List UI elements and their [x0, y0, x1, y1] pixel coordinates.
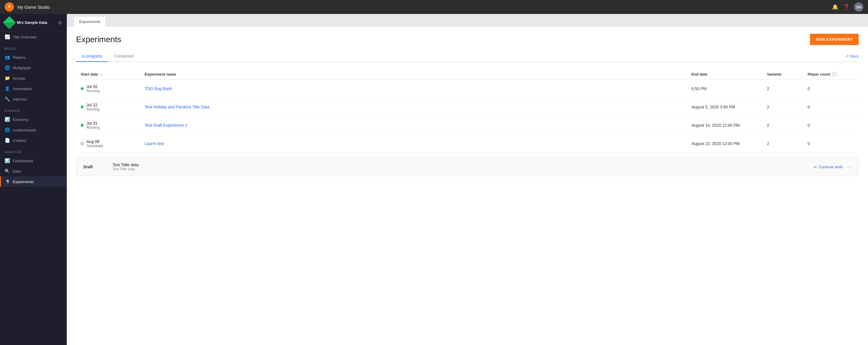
app-logo[interactable] — [5, 2, 14, 11]
col-start-date[interactable]: Start date ↑ — [81, 72, 145, 77]
sidebar-item-data[interactable]: 🔍 Data — [0, 166, 67, 176]
section-build: BUILD — [0, 42, 67, 52]
sidebar-item-economy[interactable]: 📊 Economy — [0, 114, 67, 125]
end-date-cell: August 22, 2020 12:00 PM — [691, 141, 767, 146]
tab-experiments[interactable]: Experiments — [74, 16, 106, 27]
player-count-cell: 0 — [808, 141, 854, 146]
tab-bar: Experiments — [67, 14, 868, 27]
sidebar-item-title-overview[interactable]: 📈 Title Overview — [0, 32, 67, 42]
end-date-cell: 6:50 PM — [691, 86, 767, 91]
help-icon[interactable]: ❓ — [843, 4, 849, 10]
player-count-cell: 0 — [808, 86, 854, 91]
sidebar-item-label: Multiplayer — [13, 66, 31, 70]
leaderboards-icon: 🌐 — [5, 127, 10, 133]
table-row: Jul 20 Running TDO Bug Bash 6:50 PM 2 0 — [76, 80, 859, 98]
sidebar-item-label: Automation — [13, 87, 32, 91]
sort-arrow-icon: ↑ — [100, 73, 102, 76]
draft-title: Test Tittle data — [113, 163, 814, 167]
col-variants: Variants — [767, 72, 808, 77]
sidebar-item-add-ons[interactable]: 🔧 Add-ons — [0, 94, 67, 104]
tab-completed[interactable]: Completed — [108, 51, 140, 62]
sidebar-item-label: Players — [13, 55, 25, 60]
sidebar-item-content[interactable]: 📄 Content — [0, 135, 67, 146]
gear-icon[interactable]: ⚙ — [58, 20, 62, 26]
draft-label: Draft — [83, 165, 113, 169]
experiment-name-cell: Laurm test — [145, 141, 691, 146]
sidebar-item-label: Leaderboards — [13, 128, 36, 132]
dashboards-icon: 📊 — [5, 158, 10, 163]
status-cell: Jul 31 Running — [81, 121, 145, 130]
multiplayer-icon: 🌐 — [5, 65, 10, 70]
sidebar-item-label: Data — [13, 169, 21, 174]
studio-name: Mrs Sample Data — [17, 20, 47, 25]
page-title: Experiments — [76, 35, 121, 44]
draft-subtitle: Test Tittle data — [113, 167, 814, 171]
status-label: Running — [87, 125, 100, 130]
sidebar-item-players[interactable]: 👥 Players — [0, 52, 67, 62]
sidebar-item-label: Groups — [13, 76, 25, 81]
sub-tabs-left: In progress Completed — [76, 51, 140, 61]
page-header: Experiments NEW EXPERIMENT — [76, 34, 859, 45]
sidebar-item-multiplayer[interactable]: 🌐 Multiplayer — [0, 62, 67, 73]
status-cell: Jul 22 Running — [81, 103, 145, 111]
sidebar-item-automation[interactable]: 👤 Automation — [0, 83, 67, 94]
sidebar-item-label: Economy — [13, 117, 28, 122]
col-end-date: End date — [691, 72, 767, 77]
sidebar-item-dashboards[interactable]: 📊 Dashboards — [0, 155, 67, 166]
status-dot-running — [81, 124, 84, 127]
draft-actions: ✏ Continue draft ··· — [814, 164, 851, 170]
experiment-link[interactable]: Test Holiday and Pandora Title Data — [145, 105, 209, 109]
bell-icon[interactable]: 🔔 — [832, 4, 838, 10]
new-experiment-button[interactable]: NEW EXPERIMENT — [810, 34, 859, 45]
draft-info: Test Tittle data Test Tittle data — [113, 163, 814, 171]
layout: Mrs Sample Data ⚙ 📈 Title Overview BUILD… — [0, 14, 868, 345]
variants-cell: 2 — [767, 86, 808, 91]
section-engage: ENGAGE — [0, 104, 67, 114]
start-date: Jul 22 — [87, 103, 100, 107]
draft-row: Draft Test Tittle data Test Tittle data … — [76, 157, 859, 176]
add-ons-icon: 🔧 — [5, 96, 10, 102]
experiment-link[interactable]: Laurm test — [145, 141, 164, 146]
player-count-cell: 0 — [808, 123, 854, 127]
table-row: Jul 31 Running Test Draft Experiment 2 A… — [76, 116, 859, 135]
tab-in-progress[interactable]: In progress — [76, 51, 108, 62]
player-count-info-icon[interactable]: i — [832, 72, 837, 77]
start-date: Jul 20 — [87, 84, 100, 89]
table-row: Aug 08 Scheduled Laurm test August 22, 2… — [76, 135, 859, 153]
top-nav-left: My Game Studio — [5, 2, 50, 11]
economy-icon: 📊 — [5, 117, 10, 122]
studio-logo — [3, 16, 16, 29]
more-options-button[interactable]: ··· — [847, 164, 851, 170]
start-date: Aug 08 — [87, 139, 103, 144]
edit-icon: ✏ — [814, 165, 817, 169]
section-analyze: ANALYZE — [0, 146, 67, 155]
docs-link[interactable]: ↗ Docs — [846, 54, 859, 58]
experiments-icon: ⚗ — [5, 179, 10, 184]
sidebar-item-label: Dashboards — [13, 159, 33, 163]
continue-draft-button[interactable]: ✏ Continue draft — [814, 165, 842, 169]
experiment-link[interactable]: Test Draft Experiment 2 — [145, 123, 187, 127]
external-link-icon: ↗ — [846, 54, 849, 58]
start-date: Jul 31 — [87, 121, 100, 125]
sidebar-studio: Mrs Sample Data ⚙ — [0, 14, 67, 32]
sidebar-item-groups[interactable]: 📁 Groups — [0, 73, 67, 83]
groups-icon: 📁 — [5, 76, 10, 81]
table-header: Start date ↑ Experiment name End date Va… — [76, 69, 859, 80]
sidebar: Mrs Sample Data ⚙ 📈 Title Overview BUILD… — [0, 14, 67, 345]
experiment-name-cell: Test Draft Experiment 2 — [145, 123, 691, 127]
sidebar-item-experiments[interactable]: ⚗ Experiments — [0, 176, 67, 187]
sidebar-studio-info: Mrs Sample Data — [5, 18, 47, 27]
sidebar-item-label: Content — [13, 138, 26, 143]
sidebar-item-leaderboards[interactable]: 🌐 Leaderboards — [0, 125, 67, 135]
status-dot-scheduled — [81, 142, 84, 145]
status-label: Scheduled — [87, 144, 103, 148]
experiment-link[interactable]: TDO Bug Bash — [145, 86, 172, 91]
experiment-name-cell: TDO Bug Bash — [145, 86, 691, 91]
avatar[interactable]: SH — [854, 2, 863, 11]
status-dot-running — [81, 87, 84, 90]
end-date-cell: August 5, 2020 3:50 PM — [691, 105, 767, 109]
main-area: Experiments Experiments NEW EXPERIMENT I… — [67, 14, 868, 345]
top-nav-title: My Game Studio — [18, 5, 50, 9]
top-nav: My Game Studio 🔔 ❓ SH — [0, 0, 868, 14]
sidebar-item-label: Experiments — [13, 180, 34, 184]
